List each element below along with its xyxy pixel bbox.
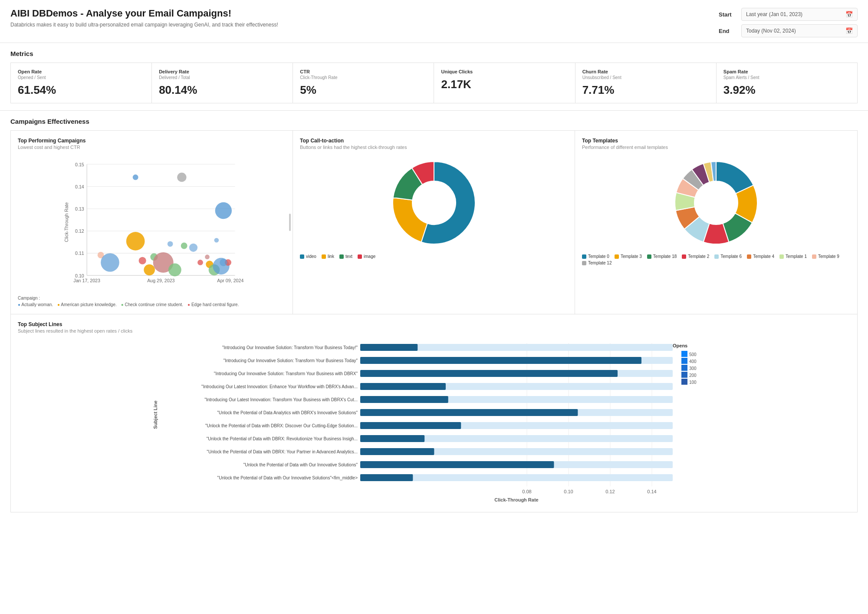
svg-text:0.14: 0.14 [75, 184, 84, 189]
svg-text:Subject Line: Subject Line [153, 400, 158, 429]
legend-item-1: ● Actually woman. [18, 302, 53, 307]
svg-rect-59 [360, 383, 446, 390]
svg-text:0.14: 0.14 [647, 489, 656, 494]
svg-text:"Introducing Our Latest Innova: "Introducing Our Latest Innovation: Tran… [204, 397, 358, 402]
svg-text:"Introducing Our Innovative So: "Introducing Our Innovative Solution: Tr… [214, 371, 358, 376]
campaign-legend-label: Campaign : [18, 296, 40, 300]
svg-text:400: 400 [689, 359, 697, 364]
metric-value: 3.92% [723, 83, 850, 97]
header: AIBI DBDemos - Analyse your Email Campai… [0, 0, 868, 43]
svg-rect-77 [360, 461, 554, 468]
templates-legend: Template 0 Template 3 Template 18 Templa… [582, 254, 850, 265]
scatter-panel: Top Performing Campaigns Lowest cost and… [11, 131, 293, 314]
svg-text:300: 300 [689, 366, 697, 371]
metric-card-5: Spam Rate Spam Alerts / Sent 3.92% [717, 63, 857, 103]
page-subtitle: Databricks makes it easy to build ultra-… [10, 22, 719, 28]
metric-sublabel: Opened / Sent [18, 75, 145, 80]
legend-video: video [300, 254, 316, 259]
templates-title: Top Templates [582, 138, 850, 144]
subject-lines-title: Top Subject Lines [18, 321, 850, 327]
svg-point-37 [101, 253, 119, 272]
metric-card-4: Churn Rate Unsubscribed / Sent 7.71% [575, 63, 716, 103]
svg-text:Click-Through Rate: Click-Through Rate [64, 202, 69, 242]
svg-text:"Unlock the Potential of Data : "Unlock the Potential of Data with Our I… [217, 475, 358, 480]
metric-label: Spam Rate [723, 69, 850, 74]
scatter-title: Top Performing Campaigns [18, 138, 286, 144]
templates-donut-svg [673, 159, 760, 246]
cta-subtitle: Buttons or links had the highest click-t… [300, 145, 568, 150]
metric-card-1: Delivery Rate Delivered / Total 80.14% [152, 63, 293, 103]
svg-point-18 [133, 175, 138, 180]
templates-donut-container [582, 155, 850, 251]
svg-text:0.10: 0.10 [564, 489, 573, 494]
svg-point-19 [177, 173, 186, 182]
cta-panel: Top Call-to-action Buttons or links had … [293, 131, 575, 314]
metric-sublabel: Click-Through Rate [300, 75, 427, 80]
calendar-icon-2: 📅 [845, 27, 853, 34]
metric-sublabel: Spam Alerts / Sent [723, 75, 850, 80]
metric-label: Unique Clicks [441, 69, 568, 74]
end-date-row: End Today (Nov 02, 2024) 📅 [719, 24, 858, 37]
subject-lines-chart: 0.080.100.120.14"Introducing Our Innovat… [18, 339, 850, 505]
svg-text:Opens: Opens [673, 343, 687, 348]
metric-value: 2.17K [441, 78, 568, 91]
svg-text:0.12: 0.12 [75, 228, 84, 234]
end-label: End [719, 28, 736, 34]
start-date-row: Start Last year (Jan 01, 2023) 📅 [719, 8, 858, 21]
scatter-subtitle: Lowest cost and highest CTR [18, 145, 286, 150]
metric-label: Open Rate [18, 69, 145, 74]
end-date-input[interactable]: Today (Nov 02, 2024) 📅 [741, 24, 858, 37]
cta-title: Top Call-to-action [300, 138, 568, 144]
svg-text:0.11: 0.11 [75, 251, 84, 256]
svg-text:"Introducing Our Innovative So: "Introducing Our Innovative Solution: Tr… [224, 358, 358, 363]
svg-text:"Introducing Our Innovative So: "Introducing Our Innovative Solution: Tr… [222, 345, 358, 350]
metric-label: CTR [300, 69, 427, 74]
svg-text:0.12: 0.12 [605, 489, 615, 494]
templates-panel: Top Templates Performance of different e… [575, 131, 857, 314]
metric-value: 7.71% [582, 83, 709, 97]
svg-point-28 [181, 243, 187, 249]
svg-rect-62 [360, 396, 448, 403]
metrics-section: Metrics Open Rate Opened / Sent 61.54% D… [0, 43, 868, 111]
legend-text: text [339, 254, 352, 259]
svg-rect-89 [681, 365, 687, 371]
metrics-grid: Open Rate Opened / Sent 61.54% Delivery … [10, 63, 858, 103]
svg-point-27 [168, 264, 181, 277]
svg-text:Apr 09, 2024: Apr 09, 2024 [217, 278, 243, 283]
metric-label: Delivery Rate [159, 69, 286, 74]
metric-card-3: Unique Clicks 2.17K [434, 63, 575, 103]
svg-text:0.13: 0.13 [75, 206, 84, 211]
metric-card-2: CTR Click-Through Rate 5% [293, 63, 434, 103]
svg-text:"Unlock the Potential of Data : "Unlock the Potential of Data with DBRX:… [205, 423, 358, 428]
svg-rect-93 [681, 379, 687, 385]
svg-point-23 [144, 264, 155, 276]
svg-point-26 [168, 241, 173, 247]
svg-point-34 [214, 238, 219, 243]
scrollbar[interactable] [289, 214, 291, 231]
svg-rect-50 [360, 344, 418, 351]
header-left: AIBI DBDemos - Analyse your Email Campai… [10, 8, 719, 28]
cta-legend: video link text image [300, 254, 568, 259]
scatter-legend: Campaign : ● Actually woman. ● American … [18, 296, 286, 307]
date-filters: Start Last year (Jan 01, 2023) 📅 End Tod… [719, 8, 858, 37]
templates-subtitle: Performance of different email templates [582, 145, 850, 150]
legend-image: image [358, 254, 375, 259]
legend-link: link [322, 254, 334, 259]
svg-point-22 [126, 232, 145, 251]
svg-text:Jan 17, 2023: Jan 17, 2023 [73, 278, 100, 283]
metric-sublabel: Unsubscribed / Sent [582, 75, 709, 80]
campaigns-section: Campaigns Effectiveness Top Performing C… [0, 111, 868, 512]
donut-segment [393, 198, 427, 242]
svg-text:"Unlock the Potential of Data : "Unlock the Potential of Data with Our I… [243, 462, 358, 467]
svg-text:"Unlock the Potential of Data : "Unlock the Potential of Data Analytics … [217, 410, 358, 415]
page-wrapper: AIBI DBDemos - Analyse your Email Campai… [0, 0, 868, 614]
scatter-chart: 0.15 0.14 0.13 0.12 0.11 0.10 Jan 17, 20… [18, 155, 286, 294]
svg-rect-53 [360, 357, 641, 364]
start-date-input[interactable]: Last year (Jan 01, 2023) 📅 [741, 8, 858, 21]
svg-text:"Introducing Our Latest Innova: "Introducing Our Latest Innovation: Enha… [201, 384, 358, 389]
svg-rect-85 [681, 351, 687, 357]
svg-rect-71 [360, 435, 424, 442]
calendar-icon: 📅 [845, 11, 853, 18]
svg-text:Aug 29, 2023: Aug 29, 2023 [147, 278, 174, 283]
metric-sublabel: Delivered / Total [159, 75, 286, 80]
